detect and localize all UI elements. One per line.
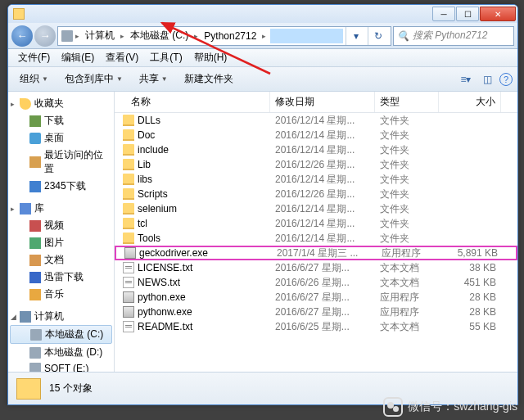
explorer-window: ─ ☐ ✕ ← → ▸ 计算机 ▸ 本地磁盘 (C:) ▸ Python2712…: [7, 4, 518, 405]
header-date[interactable]: 修改日期: [270, 92, 375, 112]
titlebar: ─ ☐ ✕: [8, 5, 517, 23]
computer-icon: [20, 311, 31, 323]
folder-icon: [123, 188, 134, 200]
crumb-folder[interactable]: Python2712: [201, 29, 260, 43]
file-size: [439, 164, 501, 165]
preview-pane-icon[interactable]: ◫: [478, 70, 496, 88]
chevron-right-icon[interactable]: ▸: [262, 32, 266, 40]
back-button[interactable]: ←: [11, 25, 33, 47]
tree-favorites[interactable]: ▸收藏夹: [8, 95, 114, 112]
file-list-pane[interactable]: 名称 修改日期 类型 大小 DLLs2016/12/14 星期...文件夹Doc…: [115, 92, 517, 404]
minimize-button[interactable]: ─: [432, 7, 455, 21]
include-button[interactable]: 包含到库中▼: [58, 70, 129, 88]
file-size: 5,891 KB: [440, 246, 503, 260]
file-row[interactable]: Tools2016/12/14 星期...文件夹: [115, 231, 517, 246]
tree-pictures[interactable]: 图片: [8, 234, 114, 251]
menu-tools[interactable]: 工具(T): [145, 49, 187, 66]
crumb-computer[interactable]: 计算机: [82, 27, 118, 44]
menu-edit[interactable]: 编辑(E): [56, 49, 99, 66]
recent-icon: [29, 156, 41, 168]
refresh-icon[interactable]: ↻: [368, 27, 387, 45]
view-options-icon[interactable]: ≡▾: [457, 70, 475, 88]
file-size: [439, 208, 501, 210]
tree-drive-d[interactable]: 本地磁盘 (D:): [8, 344, 114, 361]
header-type[interactable]: 类型: [375, 92, 439, 112]
drive-icon: [30, 329, 42, 341]
file-row[interactable]: python.exe2016/6/27 星期...应用程序28 KB: [115, 290, 517, 305]
header-name[interactable]: 名称: [115, 92, 270, 112]
chevron-right-icon[interactable]: ▸: [194, 32, 198, 40]
forward-button[interactable]: →: [34, 25, 56, 47]
maximize-button[interactable]: ☐: [456, 7, 479, 21]
file-row[interactable]: Lib2016/12/26 星期...文件夹: [115, 157, 517, 172]
folder-icon: [123, 144, 134, 156]
nav-toolbar: ← → ▸ 计算机 ▸ 本地磁盘 (C:) ▸ Python2712 ▸ ▾ ↻…: [8, 23, 517, 49]
file-size: 451 KB: [439, 276, 501, 289]
share-button[interactable]: 共享▼: [133, 70, 174, 88]
newfolder-button[interactable]: 新建文件夹: [178, 70, 240, 88]
crumb-drive[interactable]: 本地磁盘 (C:): [127, 27, 192, 44]
tree-2345[interactable]: 2345下载: [8, 178, 114, 195]
close-button[interactable]: ✕: [480, 7, 516, 21]
file-row[interactable]: Scripts2016/12/26 星期...文件夹: [115, 187, 517, 201]
folder-icon: [123, 218, 134, 229]
tree-libraries[interactable]: ▸库: [8, 200, 114, 217]
tree-documents[interactable]: 文档: [8, 251, 114, 269]
file-type: 文本文档: [375, 275, 439, 291]
file-row[interactable]: README.txt2016/6/25 星期...文本文档55 KB: [115, 319, 517, 334]
file-row[interactable]: include2016/12/14 星期...文件夹: [115, 142, 517, 157]
menu-help[interactable]: 帮助(H): [189, 49, 233, 66]
status-count: 15 个对象: [49, 382, 93, 395]
file-row[interactable]: LICENSE.txt2016/6/27 星期...文本文档38 KB: [115, 260, 517, 275]
file-row[interactable]: pythonw.exe2016/6/27 星期...应用程序28 KB: [115, 305, 517, 319]
tree-xunlei[interactable]: 迅雷下载: [8, 269, 114, 286]
file-date: 2016/12/14 星期...: [270, 113, 375, 129]
file-type: 文件夹: [375, 187, 439, 202]
help-icon[interactable]: ?: [499, 73, 513, 86]
folder-icon: [29, 181, 41, 192]
tree-recent[interactable]: 最近访问的位置: [8, 147, 114, 178]
file-row[interactable]: geckodriver.exe2017/1/4 星期三 ...应用程序5,891…: [115, 246, 517, 260]
menu-view[interactable]: 查看(V): [101, 49, 143, 66]
file-name: tcl: [138, 218, 147, 229]
video-icon: [29, 220, 41, 232]
file-date: 2016/6/27 星期...: [270, 290, 375, 305]
exe-icon: [123, 291, 134, 303]
tree-music[interactable]: 音乐: [8, 286, 114, 303]
address-remainder[interactable]: [270, 29, 343, 43]
search-icon: 🔍: [397, 30, 409, 42]
file-row[interactable]: selenium2016/12/14 星期...文件夹: [115, 201, 517, 216]
file-type: 文件夹: [375, 216, 439, 232]
document-icon: [29, 255, 41, 266]
file-row[interactable]: Doc2016/12/14 星期...文件夹: [115, 128, 517, 142]
file-row[interactable]: NEWS.txt2016/6/26 星期...文本文档451 KB: [115, 275, 517, 290]
header-size[interactable]: 大小: [439, 92, 501, 112]
navigation-pane[interactable]: ▸收藏夹 下载 桌面 最近访问的位置 2345下载 ▸库 视频 图片 文档 迅雷…: [8, 92, 115, 404]
watermark: 微信号：swzhang-gis: [383, 397, 517, 417]
file-name: selenium: [138, 203, 177, 215]
file-date: 2016/12/14 星期...: [270, 231, 375, 246]
library-icon: [20, 203, 31, 215]
file-name: libs: [138, 174, 152, 185]
file-size: 28 KB: [439, 291, 501, 304]
tree-videos[interactable]: 视频: [8, 217, 114, 234]
chevron-right-icon[interactable]: ▸: [120, 32, 124, 40]
chevron-right-icon[interactable]: ▸: [75, 32, 79, 40]
file-date: 2016/6/27 星期...: [270, 305, 375, 320]
dropdown-icon[interactable]: ▾: [346, 27, 365, 45]
file-type: 文件夹: [375, 231, 439, 246]
tree-computer[interactable]: ◢计算机: [8, 308, 114, 325]
search-box[interactable]: 🔍 搜索 Python2712: [393, 26, 514, 46]
file-type: 文件夹: [375, 142, 439, 158]
file-row[interactable]: DLLs2016/12/14 星期...文件夹: [115, 113, 517, 128]
file-row[interactable]: libs2016/12/14 星期...文件夹: [115, 172, 517, 187]
address-bar[interactable]: ▸ 计算机 ▸ 本地磁盘 (C:) ▸ Python2712 ▸ ▾ ↻: [57, 26, 391, 46]
tree-downloads[interactable]: 下载: [8, 112, 114, 129]
tree-drive-c[interactable]: 本地磁盘 (C:): [10, 325, 112, 344]
tree-desktop[interactable]: 桌面: [8, 129, 114, 147]
desktop-icon: [29, 133, 41, 144]
organize-button[interactable]: 组织▼: [13, 70, 55, 88]
folder-icon: [16, 378, 41, 400]
file-row[interactable]: tcl2016/12/14 星期...文件夹: [115, 216, 517, 231]
menu-file[interactable]: 文件(F): [13, 49, 55, 66]
